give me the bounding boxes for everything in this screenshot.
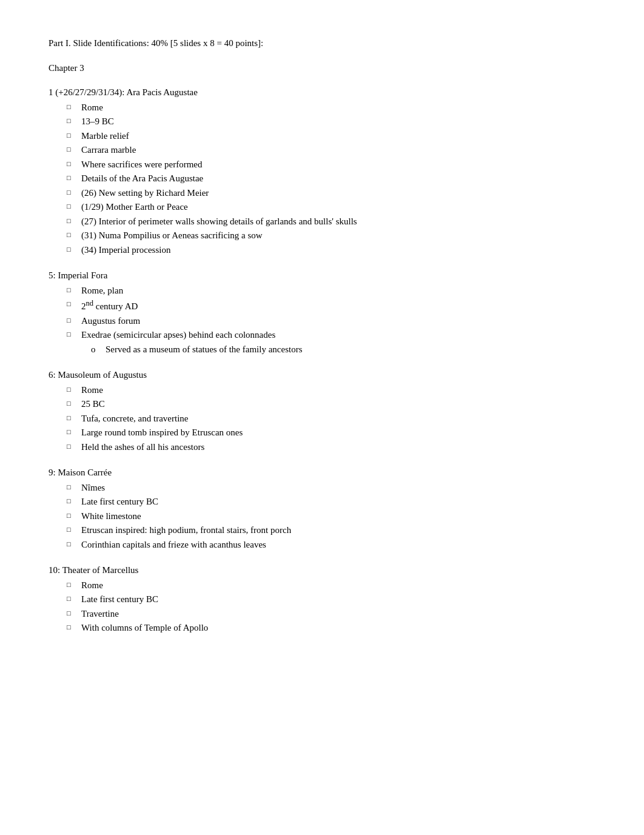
- entry-1-bullets: □Rome □13–9 BC □Marble relief □Carrara m…: [49, 101, 595, 257]
- bullet-icon: □: [67, 580, 79, 590]
- list-item: □2nd century AD: [49, 298, 595, 314]
- bullet-icon: □: [67, 511, 79, 521]
- entry-5-group: 5: Imperial Fora □Rome, plan □2nd centur…: [49, 269, 595, 356]
- bullet-icon: □: [67, 427, 79, 437]
- list-item: oServed as a museum of statues of the fa…: [49, 343, 595, 357]
- bullet-icon: □: [67, 201, 79, 212]
- bullet-icon: □: [67, 608, 79, 619]
- entry-10-bullets: □Rome □Late first century BC □Travertine…: [49, 578, 595, 635]
- bullet-icon: □: [67, 329, 79, 340]
- bullet-icon: □: [67, 216, 79, 226]
- bullet-icon: □: [67, 315, 79, 326]
- bullet-icon: □: [67, 384, 79, 395]
- bullet-icon: □: [67, 622, 79, 632]
- entry-1-title: 1 (+26/27/29/31/34): Ara Pacis Augustae: [49, 86, 595, 99]
- list-item: □Rome: [49, 578, 595, 592]
- bullet-icon: □: [67, 130, 79, 141]
- list-item: □Rome: [49, 101, 595, 115]
- list-item: □(26) New setting by Richard Meier: [49, 186, 595, 200]
- entry-1-group: 1 (+26/27/29/31/34): Ara Pacis Augustae …: [49, 86, 595, 257]
- list-item: □Large round tomb inspired by Etruscan o…: [49, 426, 595, 440]
- bullet-icon: □: [67, 539, 79, 549]
- entry-5-bullets: □Rome, plan □2nd century AD □Augustus fo…: [49, 284, 595, 342]
- bullet-icon: □: [67, 525, 79, 535]
- list-item: □Where sacrifices were performed: [49, 158, 595, 172]
- list-item: □Corinthian capitals and frieze with aca…: [49, 538, 595, 552]
- list-item: □Rome, plan: [49, 284, 595, 298]
- bullet-icon: □: [67, 285, 79, 295]
- bullet-icon: □: [67, 594, 79, 604]
- list-item: □Augustus forum: [49, 314, 595, 328]
- header: Part I. Slide Identifications: 40% [5 sl…: [49, 36, 595, 50]
- bullet-icon: □: [67, 441, 79, 452]
- list-item: □Details of the Ara Pacis Augustae: [49, 172, 595, 186]
- entry-9-bullets: □Nîmes □Late first century BC □White lim…: [49, 481, 595, 552]
- list-item: □Exedrae (semicircular apses) behind eac…: [49, 328, 595, 342]
- list-item: □13–9 BC: [49, 115, 595, 129]
- list-item: □Travertine: [49, 607, 595, 621]
- bullet-icon: □: [67, 102, 79, 112]
- bullet-icon: □: [67, 144, 79, 155]
- entry-6-group: 6: Mausoleum of Augustus □Rome □25 BC □T…: [49, 368, 595, 454]
- list-item: □Tufa, concrete, and travertine: [49, 412, 595, 426]
- list-item: □Nîmes: [49, 481, 595, 495]
- list-item: □(31) Numa Pompilius or Aeneas sacrifici…: [49, 229, 595, 243]
- entry-5-title: 5: Imperial Fora: [49, 269, 595, 283]
- entry-5-sub-bullets: oServed as a museum of statues of the fa…: [49, 343, 595, 357]
- bullet-icon: □: [67, 244, 79, 255]
- list-item: □(1/29) Mother Earth or Peace: [49, 200, 595, 214]
- list-item: □(34) Imperial procession: [49, 243, 595, 257]
- list-item: □25 BC: [49, 397, 595, 411]
- entry-10-title: 10: Theater of Marcellus: [49, 563, 595, 577]
- list-item: □Late first century BC: [49, 592, 595, 606]
- bullet-icon: □: [67, 496, 79, 506]
- chapter-text: Chapter 3: [49, 63, 84, 73]
- list-item: □Etruscan inspired: high podium, frontal…: [49, 523, 595, 537]
- bullet-icon: □: [67, 159, 79, 169]
- bullet-icon: □: [67, 299, 79, 309]
- entry-6-title: 6: Mausoleum of Augustus: [49, 368, 595, 382]
- chapter: Chapter 3: [49, 61, 595, 75]
- list-item: □(27) Interior of perimeter walls showin…: [49, 215, 595, 229]
- list-item: □Carrara marble: [49, 143, 595, 157]
- list-item: □White limestone: [49, 509, 595, 523]
- header-text: Part I. Slide Identifications: 40% [5 sl…: [49, 38, 263, 48]
- entry-9-group: 9: Maison Carrée □Nîmes □Late first cent…: [49, 466, 595, 551]
- bullet-icon: □: [67, 187, 79, 198]
- bullet-icon: □: [67, 482, 79, 492]
- list-item: □With columns of Temple of Apollo: [49, 621, 595, 635]
- entry-9-title: 9: Maison Carrée: [49, 466, 595, 480]
- list-item: □Late first century BC: [49, 495, 595, 509]
- list-item: □Rome: [49, 383, 595, 397]
- bullet-icon: □: [67, 398, 79, 409]
- bullet-icon: □: [67, 173, 79, 183]
- entry-6-bullets: □Rome □25 BC □Tufa, concrete, and traver…: [49, 383, 595, 454]
- entry-10-group: 10: Theater of Marcellus □Rome □Late fir…: [49, 563, 595, 635]
- bullet-icon: □: [67, 116, 79, 126]
- document-container: Part I. Slide Identifications: 40% [5 sl…: [49, 36, 595, 635]
- bullet-icon: □: [67, 230, 79, 240]
- list-item: □Marble relief: [49, 129, 595, 143]
- sub-bullet-icon: o: [91, 343, 103, 357]
- bullet-icon: □: [67, 413, 79, 423]
- list-item: □Held the ashes of all his ancestors: [49, 440, 595, 454]
